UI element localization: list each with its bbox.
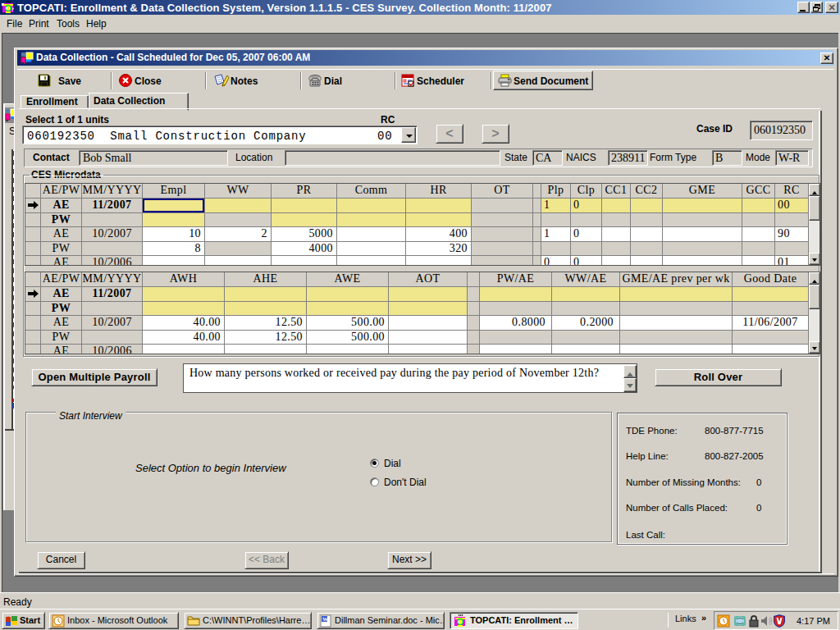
svg-text:W: W [322, 616, 328, 623]
